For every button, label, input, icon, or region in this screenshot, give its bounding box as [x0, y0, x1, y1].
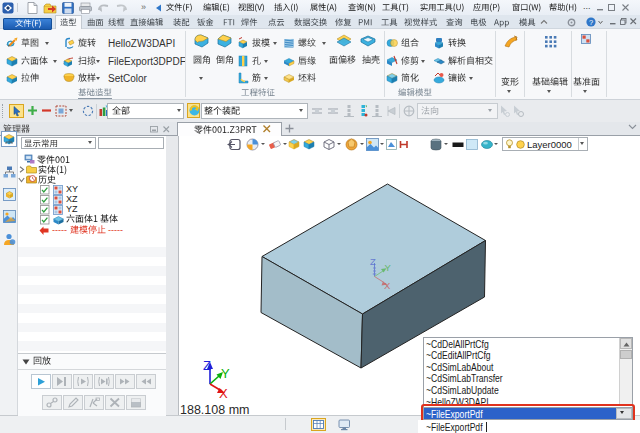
svg-text:Z: Z: [370, 256, 376, 267]
svg-text:?: ?: [589, 18, 593, 27]
svg-text:X: X: [384, 280, 391, 291]
svg-text:Y: Y: [221, 366, 230, 381]
svg-text:X: X: [219, 386, 228, 401]
svg-text:Y: Y: [385, 262, 392, 273]
svg-text:Z: Z: [203, 358, 211, 373]
